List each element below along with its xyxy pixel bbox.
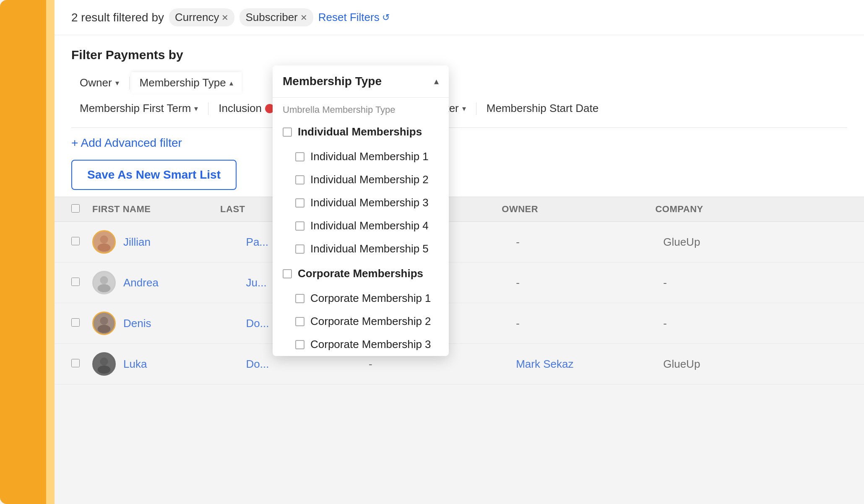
individual-membership-1-label: Individual Membership 1 (310, 150, 429, 163)
individual-membership-4-item[interactable]: Individual Membership 4 (273, 214, 449, 237)
individual-membership-2-label: Individual Membership 2 (310, 173, 429, 186)
filter-row-1: Owner ▾ Membership Type ▴ (71, 72, 847, 94)
membership-type-filter-label: Membership Type (140, 76, 226, 89)
avatar-svg-jillian (94, 231, 115, 253)
membership-type-dropdown[interactable]: Membership Type ▴ Umbrella Membership Ty… (273, 65, 449, 356)
avatar-img-luka (92, 352, 116, 376)
row-company-denis: - (663, 317, 847, 330)
filter-separator-5 (476, 102, 476, 115)
table-header: FIRST NAME LAST PHONE OWNER COMPANY (55, 197, 864, 222)
row-owner-denis: - (516, 317, 663, 330)
corporate-membership-3-item[interactable]: Corporate Membership 3 (273, 333, 449, 356)
status-filter-label: Inclusion (219, 102, 262, 115)
row-owner-luka[interactable]: Mark Sekaz (516, 358, 663, 371)
subscriber-chip-close[interactable]: ✕ (300, 13, 307, 23)
row-last-luka[interactable]: Do... (246, 358, 369, 371)
subscriber-chip[interactable]: Subscriber ✕ (239, 8, 313, 26)
individual-membership-1-item[interactable]: Individual Membership 1 (273, 145, 449, 168)
add-advanced-filter-button[interactable]: + Add Advanced filter (71, 136, 182, 150)
add-filter-label: + Add Advanced filter (71, 136, 182, 150)
row-owner-andrea: - (516, 276, 663, 289)
corporate-membership-3-checkbox[interactable] (295, 340, 304, 349)
corporate-memberships-group[interactable]: Corporate Memberships (273, 260, 449, 287)
row-first-denis[interactable]: Denis (123, 317, 246, 330)
primary-chapter-chevron-icon: ▾ (462, 104, 466, 113)
row-check-andrea[interactable] (71, 278, 92, 288)
corporate-group-label: Corporate Memberships (298, 267, 423, 280)
reset-filters-button[interactable]: Reset Filters ↺ (318, 11, 390, 24)
owner-chevron-icon: ▾ (115, 78, 119, 88)
filter-separator-1 (129, 77, 130, 89)
svg-point-2 (98, 244, 111, 252)
individual-memberships-group[interactable]: Individual Memberships (273, 119, 449, 145)
corporate-group-checkbox[interactable] (283, 269, 292, 278)
filter-section: Filter Payments by Owner ▾ Membership Ty… (55, 35, 864, 197)
individual-membership-3-item[interactable]: Individual Membership 3 (273, 191, 449, 214)
svg-point-4 (100, 276, 108, 284)
avatar-img-jillian (92, 230, 116, 254)
row-first-andrea[interactable]: Andrea (123, 276, 246, 289)
table-row: Luka Do... - Mark Sekaz GlueUp (55, 344, 864, 384)
select-all-checkbox[interactable] (71, 204, 80, 213)
row-check-denis[interactable] (71, 318, 92, 328)
select-all-cell[interactable] (71, 204, 92, 214)
save-smart-list-label: Save As New Smart List (87, 168, 221, 182)
svg-point-10 (100, 358, 108, 366)
individual-membership-2-item[interactable]: Individual Membership 2 (273, 168, 449, 191)
individual-membership-4-checkbox[interactable] (295, 221, 304, 231)
individual-membership-5-checkbox[interactable] (295, 244, 304, 254)
currency-chip-close[interactable]: ✕ (221, 13, 229, 23)
individual-membership-4-label: Individual Membership 4 (310, 219, 429, 232)
row-check-jillian[interactable] (71, 237, 92, 247)
dropdown-section-label: Umbrella Membership Type (273, 98, 449, 119)
svg-point-1 (100, 236, 108, 244)
col-header-company: COMPANY (655, 204, 847, 215)
svg-point-7 (100, 317, 108, 325)
filter-bar: 2 result filtered by Currency ✕ Subscrib… (55, 0, 864, 35)
filter-row-2: Membership First Term ▾ Inclusion ▾ r In… (71, 98, 847, 119)
owner-filter-button[interactable]: Owner ▾ (71, 72, 128, 94)
row-check-luka[interactable] (71, 359, 92, 369)
first-term-filter-label: Membership First Term (80, 102, 191, 115)
individual-membership-2-checkbox[interactable] (295, 175, 304, 184)
avatar-denis (92, 312, 117, 335)
dropdown-title: Membership Type (283, 75, 382, 88)
result-count: 2 result filtered by (71, 11, 164, 24)
filter-divider (71, 127, 847, 128)
row-owner-jillian: - (516, 236, 663, 249)
sidebar (0, 0, 55, 504)
first-term-chevron-icon: ▾ (194, 104, 198, 113)
avatar-svg-denis (94, 312, 115, 334)
row-first-jillian[interactable]: Jillian (123, 236, 246, 249)
corporate-membership-2-checkbox[interactable] (295, 317, 304, 326)
filter-separator-2 (208, 102, 208, 115)
individual-membership-5-item[interactable]: Individual Membership 5 (273, 237, 449, 260)
individual-membership-3-checkbox[interactable] (295, 198, 304, 208)
corporate-membership-1-checkbox[interactable] (295, 294, 304, 303)
avatar-andrea (92, 271, 117, 294)
row-first-luka[interactable]: Luka (123, 358, 246, 371)
corporate-membership-2-item[interactable]: Corporate Membership 2 (273, 310, 449, 333)
save-smart-list-button[interactable]: Save As New Smart List (71, 160, 237, 190)
table-row: Jillian Pa... - - GlueUp (55, 222, 864, 262)
currency-chip[interactable]: Currency ✕ (169, 8, 234, 26)
first-term-filter-button[interactable]: Membership First Term ▾ (71, 98, 206, 119)
membership-type-chevron-icon: ▴ (229, 78, 233, 88)
table-area: FIRST NAME LAST PHONE OWNER COMPANY Jill… (55, 197, 864, 504)
table-row: Andrea Ju... - - - (55, 262, 864, 303)
avatar-svg-andrea (94, 272, 115, 294)
start-date-filter-button[interactable]: Membership Start Date (478, 98, 607, 119)
individual-group-label: Individual Memberships (298, 125, 422, 138)
corporate-membership-1-item[interactable]: Corporate Membership 1 (273, 287, 449, 310)
avatar-svg-luka (94, 353, 115, 375)
row-phone-luka: - (369, 358, 516, 371)
owner-filter-label: Owner (80, 76, 112, 89)
dropdown-header: Membership Type ▴ (273, 65, 449, 98)
individual-membership-5-label: Individual Membership 5 (310, 242, 429, 255)
individual-group-checkbox[interactable] (283, 127, 292, 137)
start-date-filter-label: Membership Start Date (487, 102, 599, 115)
membership-type-filter-button[interactable]: Membership Type ▴ (131, 72, 242, 94)
corporate-membership-2-label: Corporate Membership 2 (310, 315, 431, 328)
subscriber-chip-label: Subscriber (245, 11, 297, 24)
individual-membership-1-checkbox[interactable] (295, 152, 304, 161)
